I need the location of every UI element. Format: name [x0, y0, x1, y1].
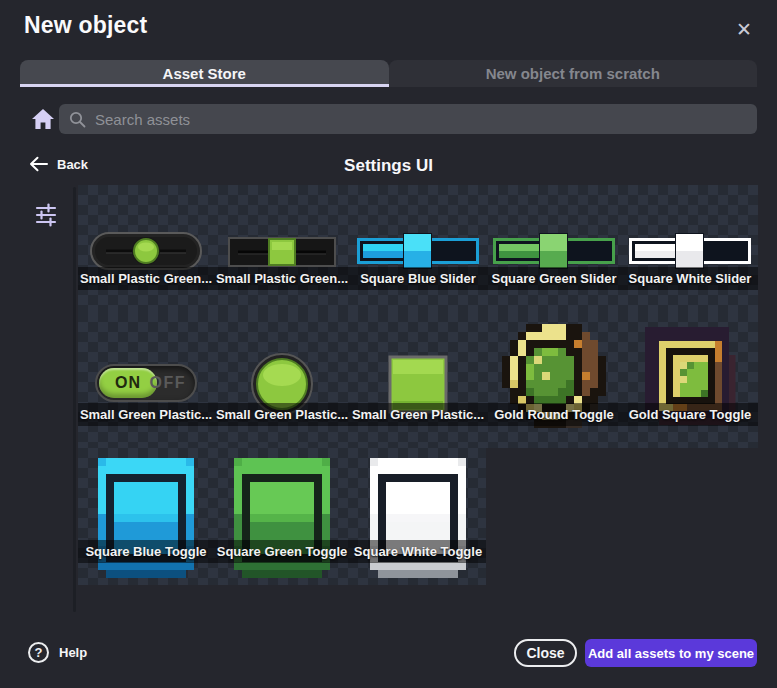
asset-label: Square White Toggle	[342, 540, 494, 563]
add-all-assets-button[interactable]: Add all assets to my scene	[585, 639, 757, 667]
asset-row-2: ON OFFSmall Green Plastic... Small Green…	[78, 312, 758, 448]
section-title: Settings UI	[0, 156, 777, 176]
help-label: Help	[59, 645, 87, 660]
asset-tile[interactable]: Small Plastic Green...	[214, 185, 350, 312]
asset-preview-white_toggle	[370, 458, 466, 582]
asset-label: Square Green Slider	[478, 267, 630, 290]
asset-label: Square Green Toggle	[206, 540, 358, 563]
tab-new-object-from-scratch[interactable]: New object from scratch	[389, 60, 758, 87]
asset-tile[interactable]: Gold Square Toggle	[622, 312, 758, 448]
asset-label: Small Plastic Green...	[70, 267, 222, 290]
close-button[interactable]: Close	[514, 639, 577, 667]
asset-tile[interactable]: Square White Slider	[622, 185, 758, 312]
asset-label: Small Green Plastic...	[342, 403, 494, 426]
asset-tile[interactable]: Square Green Toggle	[214, 448, 350, 585]
asset-tile[interactable]: Square White Toggle	[350, 448, 486, 585]
asset-label: Gold Square Toggle	[614, 403, 766, 426]
asset-tile[interactable]: Square Green Slider	[486, 185, 622, 312]
search-bar	[59, 104, 757, 134]
asset-preview-onoff: ON OFF	[95, 364, 197, 402]
asset-tile[interactable]: Small Plastic Green...	[78, 185, 214, 312]
toggle-on-label: ON	[99, 368, 157, 398]
asset-tile[interactable]: Gold Round Toggle	[486, 312, 622, 448]
close-icon[interactable]: ✕	[730, 15, 758, 43]
asset-label: Square Blue Slider	[342, 267, 494, 290]
asset-tile[interactable]: Small Green Plastic...	[350, 312, 486, 448]
asset-label: Small Green Plastic...	[206, 403, 358, 426]
asset-tile[interactable]: Square Blue Slider	[350, 185, 486, 312]
search-icon	[69, 111, 86, 128]
asset-label: Square White Slider	[614, 267, 766, 290]
asset-label: Square Blue Toggle	[70, 540, 222, 563]
asset-preview-green_toggle	[234, 458, 330, 582]
search-input[interactable]	[95, 111, 747, 128]
page-title: New object	[24, 12, 147, 39]
help-icon: ?	[28, 642, 49, 663]
toggle-off-label: OFF	[150, 366, 187, 400]
asset-tile[interactable]: ON OFFSmall Green Plastic...	[78, 312, 214, 448]
asset-preview-blue_toggle	[98, 458, 194, 582]
asset-label: Small Plastic Green...	[206, 267, 358, 290]
tab-asset-store-label: Asset Store	[163, 65, 246, 82]
asset-row-1: Small Plastic Green... Small Plastic Gre…	[78, 185, 758, 312]
help-button[interactable]: ? Help	[28, 642, 87, 663]
asset-tile[interactable]: Square Blue Toggle	[78, 448, 214, 585]
asset-label: Small Green Plastic...	[70, 403, 222, 426]
tab-asset-store[interactable]: Asset Store	[20, 60, 389, 87]
asset-tile[interactable]: Small Green Plastic...	[214, 312, 350, 448]
tab-bar: Asset Store New object from scratch	[20, 60, 757, 87]
tab-new-object-from-scratch-label: New object from scratch	[486, 65, 660, 82]
filter-icon[interactable]	[34, 203, 58, 227]
home-icon[interactable]	[31, 107, 55, 131]
asset-row-3: Square Blue ToggleSquare Green ToggleSqu…	[78, 448, 486, 585]
asset-label: Gold Round Toggle	[478, 403, 630, 426]
